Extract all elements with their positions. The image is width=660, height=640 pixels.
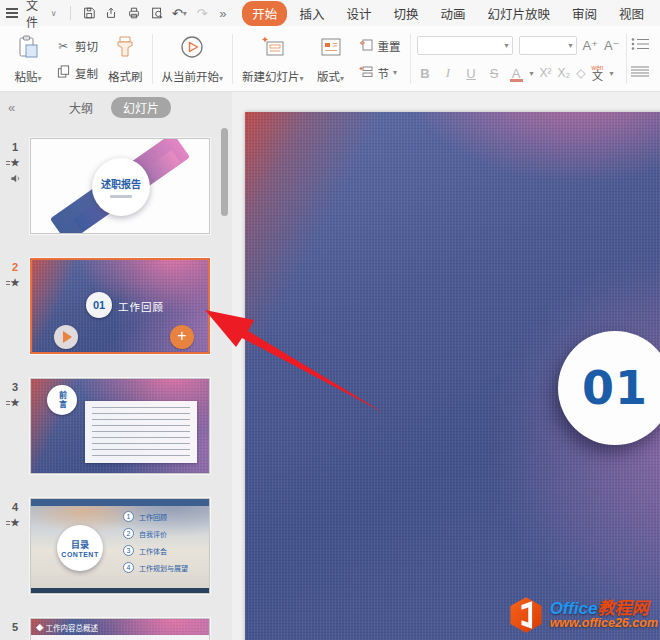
- subscript-button[interactable]: X₂: [558, 66, 571, 80]
- copy-button[interactable]: 复制: [52, 63, 101, 83]
- print-icon[interactable]: [125, 4, 144, 22]
- animation-star-icon: ★: [11, 398, 20, 408]
- save-icon[interactable]: [80, 4, 99, 22]
- more-commands-icon[interactable]: »: [215, 6, 230, 21]
- top-bar: [31, 499, 209, 506]
- new-slide-button[interactable]: 新建幻灯片▾: [237, 29, 309, 89]
- slide-5-gutter: 5: [0, 618, 30, 640]
- font-size-select[interactable]: ▾: [519, 36, 577, 55]
- font-color-button[interactable]: A: [509, 66, 524, 81]
- divider: [410, 34, 411, 84]
- slide-thumbnail-4[interactable]: 目录 CONTENT 1工作回顾 2自我评价 3工作体会 4工作规划与展望: [30, 498, 210, 594]
- slide-thumbnail-list: 1 ★ 述职报告: [0, 122, 232, 640]
- align-justify-icon[interactable]: [631, 65, 649, 81]
- tab-home[interactable]: 开始: [242, 1, 287, 26]
- format-painter-label: 格式刷: [108, 68, 143, 84]
- caret-down-icon: ▾: [219, 74, 223, 83]
- bullet-icon: ◆: [36, 624, 44, 633]
- slide-row-1: 1 ★ 述职报告: [0, 138, 232, 234]
- collapse-panel-icon[interactable]: «: [8, 100, 15, 115]
- tab-review[interactable]: 审阅: [562, 1, 607, 26]
- wps-presentation-window: 文件 ∨ ↶▾ ↷ » 开始 插入 设计 切换 动画 幻灯片放映 审阅 视图: [0, 0, 660, 640]
- tab-design[interactable]: 设计: [336, 1, 381, 26]
- print-preview-icon[interactable]: [147, 4, 166, 22]
- add-slide-button[interactable]: +: [170, 325, 194, 349]
- slide-body: [31, 635, 209, 640]
- office-logo-icon: [507, 596, 545, 634]
- slide-row-3: 3 ★ 前言: [0, 378, 232, 474]
- menubar: 文件 ∨ ↶▾ ↷ » 开始 插入 设计 切换 动画 幻灯片放映 审阅 视图: [0, 0, 660, 26]
- tab-outline[interactable]: 大纲: [61, 97, 101, 118]
- tab-slides[interactable]: 幻灯片: [111, 97, 171, 118]
- bold-button[interactable]: B: [417, 66, 434, 81]
- export-icon[interactable]: [102, 4, 121, 22]
- slide-thumbnail-2-selected[interactable]: 01 工作回顾 +: [30, 258, 210, 354]
- paste-button[interactable]: 粘贴▾: [6, 29, 50, 89]
- ribbon-tabs: 开始 插入 设计 切换 动画 幻灯片放映 审阅 视图: [242, 1, 654, 26]
- redo-icon[interactable]: ↷: [193, 4, 212, 22]
- tab-slideshow[interactable]: 幻灯片放映: [477, 1, 560, 26]
- slide-thumbnail-5[interactable]: ◆ 工作内容总概述: [30, 618, 210, 640]
- ribbon: 粘贴▾ ✂ 剪切 复制 格式刷 从当前开始▾: [0, 26, 660, 92]
- watermark: Office教程网 www.office26.com: [507, 596, 658, 634]
- cut-label: 剪切: [75, 38, 98, 54]
- main-menu-icon[interactable]: [6, 6, 18, 21]
- current-slide[interactable]: 01: [245, 112, 660, 640]
- superscript-button[interactable]: X²: [540, 66, 552, 80]
- slide-row-4: 4 ★ 目录 CONTENT 1工作回顾 2自我评价 3工作体: [0, 498, 232, 594]
- slide-thumbnail-1[interactable]: 述职报告: [30, 138, 210, 234]
- divider: [232, 34, 233, 84]
- font-name-select[interactable]: ▾: [417, 36, 513, 55]
- file-menu[interactable]: 文件 ∨: [22, 0, 61, 32]
- format-painter-button[interactable]: 格式刷: [103, 29, 148, 89]
- toc-subtitle: CONTENT: [61, 551, 98, 558]
- strikethrough-button[interactable]: S: [486, 66, 503, 81]
- toc-item: 3工作体会: [123, 545, 188, 556]
- play-slide-button[interactable]: [54, 325, 78, 349]
- font-group: ▾ ▾ A⁺ A⁻ B I U S A ▾ X² X₂ ◇ wén 文 ▾: [415, 29, 622, 89]
- divider: [152, 34, 153, 84]
- caret-down-icon: ▾: [393, 68, 397, 77]
- caret-down-icon: ▾: [569, 41, 573, 50]
- tab-animation[interactable]: 动画: [430, 1, 475, 26]
- slide-1-gutter: 1 ★: [0, 138, 30, 234]
- slide-row-5: 5 ◆ 工作内容总概述: [0, 618, 232, 640]
- animation-star-icon: ★: [11, 158, 20, 168]
- clear-format-icon[interactable]: ◇: [576, 66, 585, 80]
- slide-number: 1: [12, 141, 18, 153]
- cut-button[interactable]: ✂ 剪切: [52, 36, 101, 56]
- slide-4-gutter: 4 ★: [0, 498, 30, 594]
- layout-button[interactable]: 版式▾: [309, 29, 353, 89]
- tab-view[interactable]: 视图: [609, 1, 654, 26]
- play-from-current-label: 从当前开始: [162, 71, 220, 83]
- content-area: « 大纲 幻灯片 1 ★: [0, 92, 660, 640]
- reset-button[interactable]: 重置: [355, 36, 404, 56]
- text-block: [85, 401, 197, 463]
- panel-header: « 大纲 幻灯片: [0, 92, 232, 122]
- pinyin-char: 文: [592, 70, 603, 82]
- panel-scrollbar[interactable]: [221, 128, 228, 216]
- bullet-list-icon[interactable]: [631, 37, 649, 53]
- slide-3-gutter: 3 ★: [0, 378, 30, 474]
- editing-canvas[interactable]: 01 Office教程网 www.office26.com: [232, 92, 660, 640]
- slide-thumbnail-3[interactable]: 前言: [30, 378, 210, 474]
- tab-transitions[interactable]: 切换: [383, 1, 428, 26]
- toc-item: 1工作回顾: [123, 511, 188, 522]
- play-from-current-button[interactable]: 从当前开始▾: [157, 29, 229, 89]
- underline-button[interactable]: U: [463, 66, 480, 81]
- play-icon: [180, 33, 204, 61]
- section-button[interactable]: 节 ▾: [355, 63, 404, 83]
- section-number: 01: [582, 361, 648, 415]
- section-number-circle[interactable]: 01: [558, 331, 660, 445]
- scissors-icon: ✂: [55, 39, 71, 53]
- undo-icon[interactable]: ↶▾: [170, 4, 189, 22]
- shrink-font-button[interactable]: A⁻: [604, 38, 620, 53]
- caret-down-icon: ▾: [300, 74, 304, 83]
- tab-insert[interactable]: 插入: [289, 1, 334, 26]
- toc-item: 4工作规划与展望: [123, 562, 188, 573]
- italic-button[interactable]: I: [440, 65, 457, 81]
- pinyin-guide-button[interactable]: wén 文: [591, 65, 603, 83]
- grow-font-button[interactable]: A⁺: [583, 38, 599, 53]
- slide-5-title: 工作内容总概述: [46, 624, 99, 633]
- caret-down-icon: ▾: [340, 74, 344, 83]
